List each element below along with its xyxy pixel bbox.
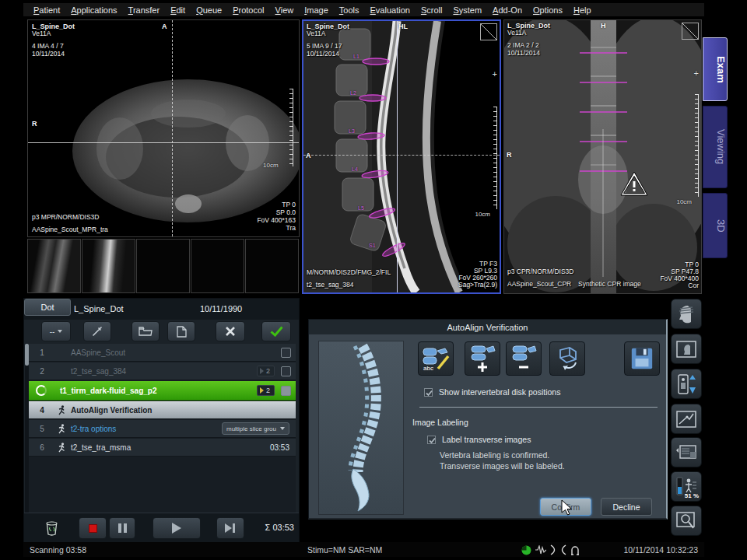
viewport-axial[interactable]: L_Spine_Dot Ve11A 4 IMA 4 / 7 10/11/2014… — [27, 19, 300, 237]
layout-panel-button[interactable] — [671, 437, 702, 467]
menu-addon[interactable]: Add-On — [487, 5, 528, 15]
total-scan-time: Σ 03:53 — [265, 523, 294, 532]
series-stamp-icon[interactable] — [281, 386, 291, 396]
vp3-software-version: Ve11A — [507, 29, 526, 37]
patient-registration-button[interactable] — [671, 299, 702, 329]
exam-header: L_Spine_Dot 10/11/1990 Dot — [24, 299, 299, 320]
remove-vertebra-tool[interactable] — [506, 341, 542, 376]
add-vertebra-tool[interactable] — [465, 341, 500, 376]
series-stamp-icon[interactable] — [281, 348, 291, 358]
pause-scan-button[interactable] — [109, 517, 135, 539]
play-icon — [172, 523, 181, 534]
vp1-orientation-left: R — [32, 120, 37, 128]
vp1-series-name: AASpine_Scout_MPR_tra — [32, 226, 108, 233]
application-window: Patient Applications Transfer Edit Queue… — [0, 0, 747, 560]
step-label: AASpine_Scout — [71, 348, 281, 357]
step-row-autoalign-selected[interactable]: 4 AutoAlign Verification — [29, 401, 296, 419]
image-review-button[interactable] — [671, 334, 702, 364]
menu-patient[interactable]: Patient — [28, 5, 65, 15]
vp1-software-version: Ve11A — [32, 30, 51, 37]
menu-evaluation[interactable]: Evaluation — [364, 5, 415, 15]
vp2-processing-info: M/NORM/DIS2D/FMG_2/FIL — [307, 268, 391, 276]
vp1-fov: FoV 400*163 — [257, 216, 296, 224]
step-label: AutoAlign Verification — [71, 406, 296, 415]
pause-selector-button[interactable]: -- — [41, 321, 71, 341]
stop-scan-button[interactable] — [79, 517, 107, 539]
continue-scan-button[interactable] — [153, 517, 201, 539]
vp3-orientation-left: R — [507, 151, 512, 159]
inline-display-button[interactable] — [671, 404, 702, 434]
menu-scroll[interactable]: Scroll — [416, 5, 448, 15]
label-vertebra-tool[interactable]: abc — [418, 341, 454, 376]
delete-queue-button[interactable] — [40, 517, 63, 539]
copy-step-button[interactable] — [167, 321, 195, 341]
step-number: 6 — [29, 443, 55, 452]
label-transverse-checkbox-row[interactable]: Label transverse images — [427, 435, 531, 444]
thumbnail-sagittal-1[interactable] — [27, 239, 81, 293]
tab-3d[interactable]: 3D — [703, 193, 728, 258]
menu-image[interactable]: Image — [299, 5, 334, 15]
vp1-plane: Tra — [286, 224, 296, 232]
menu-options[interactable]: Options — [528, 5, 568, 15]
step-row-t2-tra-options[interactable]: 5 t2-tra options multiple slice grou — [29, 420, 296, 438]
close-icon — [225, 326, 236, 337]
sar-monitor-button[interactable]: 51 % — [671, 471, 702, 502]
reset-view-tool[interactable] — [549, 341, 585, 376]
table-position-button[interactable] — [671, 369, 702, 399]
rotate-undo-icon — [553, 345, 581, 373]
thumbnail-sagittal-2[interactable] — [82, 239, 135, 293]
dot-engine-button[interactable]: Dot — [24, 299, 71, 316]
autoalign-verification-dialog: AutoAlign Verification abc — [308, 319, 668, 520]
apply-step-button[interactable] — [261, 321, 291, 341]
menu-protocol[interactable]: Protocol — [227, 5, 269, 15]
thumbnail-empty-2[interactable] — [191, 239, 244, 293]
disk-label-s1: S1 — [369, 243, 376, 248]
vp2-corner-handle-icon[interactable] — [480, 23, 497, 40]
crosshair-horizontal — [303, 155, 500, 156]
menu-queue[interactable]: Queue — [191, 5, 227, 15]
viewport-coronal[interactable]: L_Spine_Dot Ve11A 2 IMA 2 / 2 10/11/2014… — [503, 19, 702, 294]
coronal-mri-image — [504, 20, 701, 293]
step-row-t2-tse-tra[interactable]: 6 t2_tse_tra_msma 03:53 — [29, 439, 296, 457]
vp2-scale-label: 10cm — [475, 211, 490, 218]
chevron-down-icon — [280, 427, 285, 430]
thumbnail-empty-3[interactable] — [245, 239, 299, 293]
skip-step-button[interactable] — [216, 517, 244, 539]
menu-transfer[interactable]: Transfer — [123, 5, 166, 15]
checkbox-checked-icon[interactable] — [427, 436, 436, 444]
viewport-sagittal[interactable]: L1 L2 L3 L4 L5 S1 L_Spine_Dot Ve11A 5 IM… — [302, 19, 501, 294]
menu-applications[interactable]: Applications — [65, 5, 122, 15]
edit-protocol-button[interactable] — [83, 321, 111, 341]
save-icon — [630, 346, 654, 371]
tab-exam[interactable]: Exam — [703, 37, 728, 101]
vp3-plane: Cor — [688, 282, 699, 289]
vp3-date: 10/11/2014 — [507, 49, 540, 57]
show-disks-checkbox-row[interactable]: Show intervertebral disk positions — [424, 387, 560, 397]
tab-viewing[interactable]: Viewing — [703, 106, 728, 188]
step-row-aaspine-scout[interactable]: 1 AASpine_Scout — [29, 344, 296, 362]
step-row-t2-tse-sag[interactable]: 2 t2_tse_sag_384 2 — [29, 362, 296, 380]
save-tool[interactable] — [624, 341, 660, 376]
image-search-button[interactable] — [671, 506, 702, 536]
step-row-t1-tirm-running[interactable]: t1_tirm_dark-fluid_sag_p2 2 — [29, 381, 296, 401]
slice-group-dropdown[interactable]: multiple slice grou — [222, 422, 289, 435]
vp3-corner-handle-icon[interactable] — [682, 23, 699, 40]
cancel-step-button[interactable] — [216, 321, 245, 341]
vp2-date: 10/11/2014 — [307, 50, 339, 58]
open-protocol-button[interactable] — [132, 321, 160, 341]
menu-help[interactable]: Help — [568, 5, 597, 15]
menu-system[interactable]: System — [447, 5, 487, 15]
decline-button[interactable]: Decline — [601, 498, 652, 516]
vp1-table-position: TP 0 — [282, 201, 296, 208]
menu-edit[interactable]: Edit — [165, 5, 191, 15]
gradient-activity-icon — [535, 545, 546, 555]
inline-display-icon — [676, 411, 696, 428]
checkbox-checked-icon[interactable] — [424, 388, 433, 397]
exam-workflow-panel: L_Spine_Dot 10/11/1990 Dot -- — [23, 298, 300, 543]
menu-tools[interactable]: Tools — [334, 5, 365, 15]
skip-forward-icon — [224, 523, 237, 534]
series-stamp-icon[interactable] — [281, 366, 291, 376]
disk-label-l3: L3 — [349, 128, 355, 134]
menu-view[interactable]: View — [270, 5, 300, 15]
thumbnail-empty-1[interactable] — [136, 239, 190, 293]
